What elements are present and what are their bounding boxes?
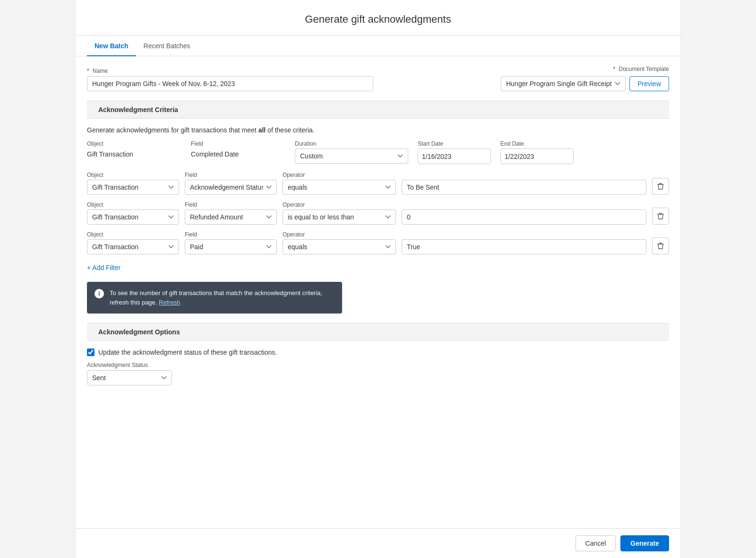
start-date-col: Start Date — [418, 140, 491, 164]
filter3-object-select[interactable]: Gift Transaction — [87, 239, 179, 254]
ack-status-group: Acknowledgment Status Sent — [87, 362, 669, 385]
filter2-field-col: Field Refunded Amount — [185, 201, 277, 225]
update-status-row: Update the acknowledgment status of thes… — [87, 349, 669, 356]
info-icon: i — [94, 289, 104, 298]
page-title: Generate gift acknowledgments — [85, 13, 671, 26]
page-footer: Cancel Generate — [76, 528, 680, 558]
end-date-wrapper — [500, 148, 574, 164]
filter1-field-col: Field Acknowledgement Status — [185, 172, 277, 195]
filter2-field-select[interactable]: Refunded Amount — [185, 209, 277, 225]
duration-select[interactable]: Custom — [295, 148, 408, 164]
filter1-value-col — [402, 180, 646, 195]
filter1-object-select[interactable]: Gift Transaction — [87, 180, 179, 195]
filter3-object-col: Object Gift Transaction — [87, 231, 179, 254]
start-date-wrapper — [418, 148, 491, 164]
filter1-operator-label: Operator — [283, 172, 396, 178]
ack-status-label: Acknowledgment Status — [87, 362, 669, 368]
static-field-col: Field Completed Date — [191, 140, 285, 158]
criteria-static-row: Object Gift Transaction Field Completed … — [87, 140, 669, 164]
static-object-label: Object — [87, 140, 181, 147]
static-field-label: Field — [191, 140, 285, 147]
filter2-object-col: Object Gift Transaction — [87, 201, 179, 225]
tab-recent-batches[interactable]: Recent Batches — [136, 35, 198, 56]
filter3-object-label: Object — [87, 231, 179, 238]
filter1-operator-col: Operator equals — [283, 172, 396, 195]
filter2-delete-button[interactable] — [652, 208, 669, 225]
static-object-col: Object Gift Transaction — [87, 140, 181, 158]
static-duration-label: Duration — [295, 140, 408, 147]
filter2-operator-col: Operator is equal to or less than — [283, 201, 396, 225]
filter1-field-select[interactable]: Acknowledgement Status — [185, 180, 277, 195]
filter2-object-select[interactable]: Gift Transaction — [87, 209, 179, 225]
filter3-value-input[interactable] — [402, 239, 646, 254]
filter2-field-label: Field — [185, 201, 277, 208]
end-date-label: End Date — [500, 140, 574, 147]
acknowledgment-criteria-header: Acknowledgment Criteria — [87, 101, 669, 119]
filter3-field-select[interactable]: Paid — [185, 239, 277, 254]
filter3-value-col — [402, 239, 646, 254]
tabs-bar: New Batch Recent Batches — [76, 35, 680, 56]
filter1-object-label: Object — [87, 172, 179, 178]
tab-new-batch[interactable]: New Batch — [87, 35, 136, 56]
end-date-col: End Date — [500, 140, 574, 164]
filter1-operator-select[interactable]: equals — [283, 180, 396, 195]
filter1-field-label: Field — [185, 172, 277, 178]
update-status-label[interactable]: Update the acknowledgment status of thes… — [98, 349, 277, 356]
filter3-delete-button[interactable] — [652, 237, 669, 254]
cancel-button[interactable]: Cancel — [576, 535, 616, 551]
page-header: Generate gift acknowledgments — [76, 0, 680, 35]
filter3-operator-label: Operator — [283, 231, 396, 238]
filter1-delete-button[interactable] — [652, 178, 669, 195]
acknowledgment-options-header: Acknowledgment Options — [87, 323, 669, 341]
start-date-input[interactable] — [418, 149, 491, 164]
add-filter-button[interactable]: + Add Filter — [87, 261, 120, 274]
static-object-value: Gift Transaction — [87, 148, 181, 158]
filter2-operator-select[interactable]: is equal to or less than — [283, 209, 396, 225]
filter3-field-label: Field — [185, 231, 277, 238]
filter2-operator-label: Operator — [283, 201, 396, 208]
filter3-field-col: Field Paid — [185, 231, 277, 254]
filter-row-1: Object Gift Transaction Field Acknowledg… — [87, 172, 669, 195]
name-group: * Name — [87, 68, 373, 91]
ack-status-select[interactable]: Sent — [87, 370, 172, 385]
generate-button[interactable]: Generate — [620, 535, 669, 551]
filter1-value-input[interactable] — [402, 180, 646, 195]
doc-template-label: * Document Template — [613, 66, 669, 72]
filter2-value-col — [402, 209, 646, 225]
static-field-value: Completed Date — [191, 148, 285, 158]
filter-row-2: Object Gift Transaction Field Refunded A… — [87, 201, 669, 225]
filter-row-3: Object Gift Transaction Field Paid Opera… — [87, 231, 669, 254]
criteria-description: Generate acknowledgments for gift transa… — [87, 126, 669, 134]
static-duration-col: Duration Custom — [295, 140, 408, 164]
filter3-operator-select[interactable]: equals — [283, 239, 396, 254]
doc-template-select[interactable]: Hunger Program Single Gift Receipt — [501, 76, 626, 91]
filter2-object-label: Object — [87, 201, 179, 208]
info-text: To see the number of gift transactions t… — [110, 288, 335, 307]
filter1-object-col: Object Gift Transaction — [87, 172, 179, 195]
filter2-value-input[interactable] — [402, 209, 646, 225]
name-doc-row: * Name * Document Template Hunger Progra… — [87, 66, 669, 91]
refresh-link[interactable]: Refresh — [159, 299, 180, 306]
preview-button[interactable]: Preview — [629, 76, 669, 91]
update-status-checkbox[interactable] — [87, 349, 94, 356]
name-label: * Name — [87, 68, 373, 74]
filter3-operator-col: Operator equals — [283, 231, 396, 254]
info-box: i To see the number of gift transactions… — [87, 282, 342, 314]
doc-template-group: * Document Template Hunger Program Singl… — [383, 66, 669, 91]
name-input[interactable] — [87, 76, 373, 91]
start-date-label: Start Date — [418, 140, 491, 147]
end-date-input[interactable] — [501, 149, 574, 164]
